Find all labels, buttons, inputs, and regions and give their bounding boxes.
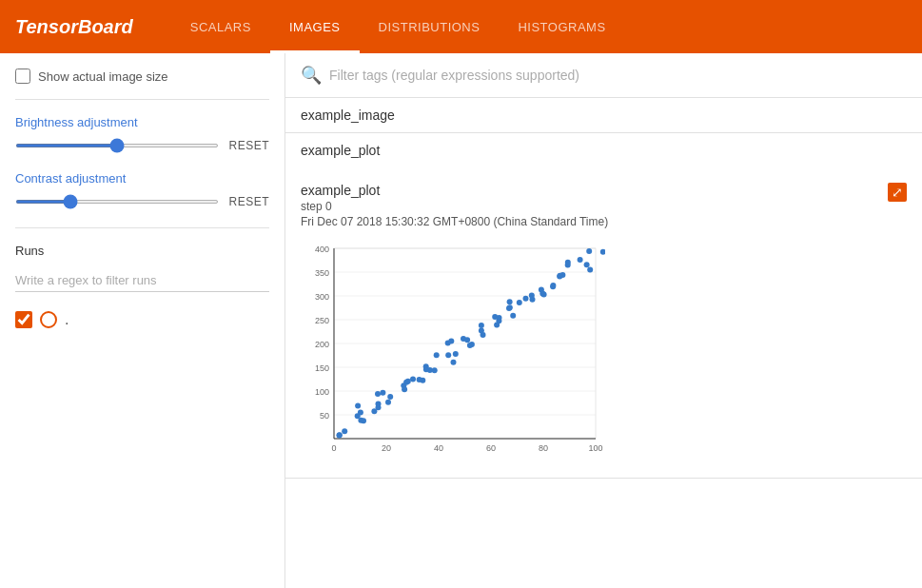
svg-point-74 [517, 300, 522, 305]
nav-item-images[interactable]: IMAGES [270, 0, 360, 53]
layout: Show actual image size Brightness adjust… [0, 53, 922, 588]
svg-point-39 [385, 400, 391, 405]
tag-header-example-image[interactable]: example_image [285, 98, 922, 132]
image-card-header: example_plot step 0 Fri Dec 07 2018 15:3… [301, 183, 907, 240]
runs-filter-input[interactable] [15, 269, 269, 292]
svg-text:20: 20 [382, 443, 391, 453]
svg-point-90 [586, 248, 592, 254]
runs-section: Runs . [15, 244, 269, 328]
sidebar: Show actual image size Brightness adjust… [0, 53, 285, 588]
brightness-section: Brightness adjustment RESET [15, 115, 269, 152]
search-input[interactable] [329, 68, 907, 83]
svg-point-70 [506, 305, 512, 311]
svg-point-63 [481, 332, 486, 338]
svg-point-71 [510, 313, 516, 319]
contrast-section: Contrast adjustment RESET [15, 171, 269, 208]
svg-point-67 [494, 323, 500, 328]
svg-point-91 [600, 249, 605, 255]
tag-header-example-plot[interactable]: example_plot [285, 133, 922, 167]
svg-text:100: 100 [588, 443, 602, 453]
svg-point-57 [448, 339, 454, 344]
svg-point-49 [432, 367, 438, 373]
svg-point-59 [469, 342, 475, 347]
svg-text:0: 0 [331, 443, 336, 453]
brightness-slider[interactable] [15, 144, 219, 147]
show-actual-size-label: Show actual image size [38, 69, 168, 84]
svg-point-84 [558, 273, 563, 279]
svg-point-61 [464, 337, 470, 343]
svg-point-28 [342, 428, 347, 434]
svg-point-46 [405, 379, 411, 384]
nav-item-distributions[interactable]: DISTRIBUTIONS [360, 0, 500, 53]
svg-point-31 [358, 410, 363, 416]
svg-point-47 [417, 377, 422, 382]
svg-point-89 [578, 257, 583, 263]
divider-1 [15, 99, 269, 100]
svg-point-54 [453, 351, 459, 357]
image-card-step: step 0 [301, 200, 608, 213]
svg-point-32 [361, 418, 366, 423]
brightness-slider-row: RESET [15, 139, 269, 152]
contrast-reset-button[interactable]: RESET [228, 195, 269, 208]
show-actual-size-checkbox[interactable] [15, 69, 30, 84]
show-actual-size-row: Show actual image size [15, 69, 269, 84]
svg-text:250: 250 [315, 316, 329, 325]
run-circle-icon [40, 311, 57, 328]
divider-2 [15, 227, 269, 228]
image-card: example_plot step 0 Fri Dec 07 2018 15:3… [285, 167, 922, 478]
svg-text:80: 80 [539, 443, 548, 453]
svg-text:100: 100 [315, 387, 329, 397]
search-bar: 🔍 [285, 53, 922, 98]
nav-item-scalars[interactable]: SCALARS [171, 0, 270, 53]
svg-point-55 [445, 352, 451, 358]
svg-point-64 [479, 323, 484, 328]
scatter-plot-container: 400 350 300 250 200 150 100 50 0 20 40 6… [301, 244, 907, 462]
scatter-plot: 400 350 300 250 200 150 100 50 0 20 40 6… [301, 244, 605, 462]
svg-text:200: 200 [315, 340, 329, 349]
svg-text:50: 50 [320, 411, 329, 421]
svg-text:300: 300 [315, 292, 329, 302]
svg-point-77 [529, 293, 535, 299]
svg-point-42 [402, 386, 407, 392]
image-card-meta: example_plot step 0 Fri Dec 07 2018 15:3… [301, 183, 608, 240]
expand-button[interactable]: ⤢ [888, 183, 907, 202]
svg-point-36 [376, 404, 382, 410]
svg-text:60: 60 [486, 443, 496, 453]
svg-point-68 [492, 314, 498, 320]
main-nav: SCALARSIMAGESDISTRIBUTIONSHISTOGRAMS [171, 0, 625, 53]
svg-text:40: 40 [434, 443, 443, 453]
svg-point-40 [380, 390, 385, 396]
main-content: 🔍 example_image example_plot example_plo… [285, 53, 922, 588]
svg-point-81 [550, 283, 556, 288]
svg-point-51 [423, 363, 429, 369]
svg-point-44 [410, 377, 416, 382]
svg-point-52 [434, 352, 440, 358]
image-card-title: example_plot [301, 183, 608, 198]
search-icon: 🔍 [301, 65, 322, 86]
image-card-time: Fri Dec 07 2018 15:30:32 GMT+0800 (China… [301, 215, 608, 228]
svg-point-88 [587, 267, 593, 273]
svg-point-87 [584, 262, 590, 267]
svg-point-37 [387, 394, 393, 400]
nav-item-histograms[interactable]: HISTOGRAMS [499, 0, 624, 53]
brightness-reset-button[interactable]: RESET [228, 139, 269, 152]
run-dot: . [65, 311, 69, 328]
runs-label: Runs [15, 244, 269, 258]
svg-text:150: 150 [315, 363, 329, 373]
run-checkbox[interactable] [15, 311, 32, 328]
svg-text:400: 400 [315, 245, 329, 254]
svg-point-53 [451, 360, 457, 365]
header: TensorBoard SCALARSIMAGESDISTRIBUTIONSHI… [0, 0, 922, 53]
svg-point-27 [337, 432, 343, 438]
logo: TensorBoard [15, 16, 133, 38]
svg-point-38 [375, 391, 381, 397]
contrast-slider[interactable] [15, 200, 219, 204]
tag-section-example-plot: example_plot example_plot step 0 Fri Dec… [285, 133, 922, 479]
tag-section-example-image: example_image [285, 98, 922, 133]
svg-text:350: 350 [315, 268, 329, 278]
brightness-label: Brightness adjustment [15, 115, 269, 129]
svg-point-79 [541, 291, 547, 297]
svg-point-33 [355, 402, 361, 408]
contrast-label: Contrast adjustment [15, 171, 269, 186]
svg-point-72 [507, 299, 513, 304]
